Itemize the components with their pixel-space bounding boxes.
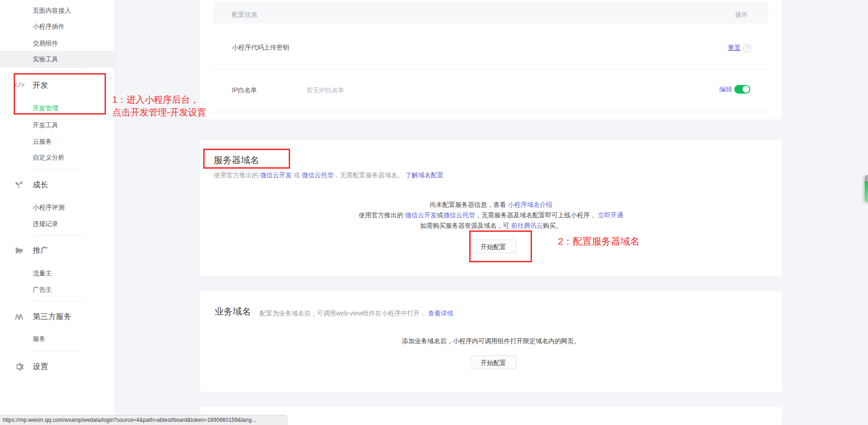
business-domain-panel: 业务域名 配置为业务域名后，可调用web-view组件在小程序中打开， 查看详情… bbox=[200, 291, 782, 392]
sidebar-item-dev-tools[interactable]: 开发工具 bbox=[33, 120, 58, 130]
floating-feedback-widget[interactable] bbox=[865, 175, 868, 202]
domain-intro-link[interactable]: 小程序域名介绍 bbox=[508, 201, 552, 208]
empty-state-line-1: 尚未配置服务器信息，查看 小程序域名介绍 bbox=[200, 200, 782, 210]
sidebar-divider bbox=[33, 301, 83, 301]
line-text: ，无需服务器及域名配置即可上线小程序， bbox=[475, 211, 598, 219]
row-separator bbox=[213, 69, 769, 70]
cloud-dev-link[interactable]: 微信云开发 bbox=[405, 211, 437, 219]
sidebar: 页面内容接入 小程序插件 交易组件 实验工具 </> 开发 开发管理 开发工具 … bbox=[0, 0, 115, 425]
sidebar-divider bbox=[33, 235, 83, 235]
upload-key-actions: 重置 ? bbox=[728, 44, 751, 52]
tencent-cloud-link[interactable]: 前往腾讯云 bbox=[511, 222, 543, 229]
sidebar-item-experiment-tools[interactable]: 实验工具 bbox=[33, 55, 58, 64]
empty-state-line-2: 使用官方推出的 微信云开发或微信云托管，无需服务器及域名配置即可上线小程序， 立… bbox=[200, 210, 782, 220]
sidebar-item-miniprogram-plugin[interactable]: 小程序插件 bbox=[33, 22, 65, 31]
cloud-hosting-link[interactable]: 微信云托管 bbox=[302, 171, 334, 179]
view-details-link[interactable]: 查看详情 bbox=[428, 310, 453, 317]
ip-whitelist-value: 暂无IP白名单 bbox=[306, 86, 344, 94]
sidebar-item-service[interactable]: 服务 bbox=[33, 334, 45, 343]
learn-domain-config-link[interactable]: 了解域名配置 bbox=[406, 171, 444, 179]
help-icon[interactable]: ? bbox=[743, 44, 751, 52]
step1-line2: 点击开发管理-开发设置 bbox=[112, 106, 206, 119]
wechat-miniprogram-console: { "sidebar": { "items": [ {"label": "页面内… bbox=[0, 0, 868, 425]
sidebar-item-page-content-access[interactable]: 页面内容接入 bbox=[33, 6, 71, 15]
empty-state-line-3: 如需购买服务器资源及域名，可 前往腾讯云购买。 bbox=[200, 220, 782, 231]
config-info-panel: 配置信息 操作 小程序代码上传密钥 重置 ? IP白名单 暂无IP白名单 编辑 bbox=[200, 0, 782, 120]
reset-key-link[interactable]: 重置 bbox=[728, 44, 741, 52]
sidebar-item-advertiser[interactable]: 广告主 bbox=[33, 285, 52, 294]
line-text: 使用官方推出的 bbox=[359, 211, 405, 219]
sidebar-section-growth[interactable]: 成长 bbox=[33, 180, 48, 190]
config-table-title: 配置信息 bbox=[232, 10, 257, 19]
desc-text: 配置为业务域名后，可调用web-view组件在小程序中打开， bbox=[260, 310, 428, 317]
intro-text: ，无需配置服务器域名。 bbox=[334, 171, 406, 179]
business-domain-hint: 添加业务域名后，小程序内可调用组件打开限定域名内的网页。 bbox=[200, 336, 782, 346]
intro-text: 使用官方推出的 bbox=[214, 171, 260, 179]
config-table-header bbox=[213, 1, 768, 24]
sidebar-item-violation-records[interactable]: 违规记录 bbox=[33, 219, 58, 228]
business-domain-title: 业务域名 bbox=[215, 305, 251, 317]
tutorial-box-dev-management bbox=[14, 73, 106, 115]
intro-text: 或 bbox=[292, 171, 302, 179]
browser-status-bar: https://mp.weixin.qq.com/wxamp/wedata/lo… bbox=[0, 415, 287, 425]
sidebar-section-promotion[interactable]: 推广 bbox=[33, 245, 48, 256]
ip-whitelist-actions: 编辑 bbox=[719, 85, 750, 94]
widget-cap bbox=[865, 175, 868, 181]
widget-bar bbox=[865, 181, 868, 202]
line-text: 尚未配置服务器信息，查看 bbox=[430, 201, 508, 208]
activate-now-link[interactable]: 立即开通 bbox=[598, 211, 623, 219]
tutorial-step1-note: 1：进入小程序后台， 点击开发管理-开发设置 bbox=[112, 93, 206, 119]
ip-whitelist-label: IP白名单 bbox=[232, 86, 257, 94]
sidebar-item-custom-analysis[interactable]: 自定义分析 bbox=[33, 153, 65, 162]
sidebar-item-cloud-service[interactable]: 云服务 bbox=[33, 137, 52, 146]
gear-icon bbox=[14, 362, 24, 372]
sidebar-divider bbox=[33, 70, 83, 71]
business-domain-desc: 配置为业务域名后，可调用web-view组件在小程序中打开， 查看详情 bbox=[260, 309, 453, 318]
sidebar-item-traffic-owner[interactable]: 流量主 bbox=[33, 269, 52, 278]
sidebar-section-third-party-service[interactable]: 第三方服务 bbox=[33, 311, 71, 322]
config-action-column-header: 操作 bbox=[735, 10, 748, 19]
sidebar-item-trade-component[interactable]: 交易组件 bbox=[33, 39, 58, 48]
cloud-dev-link[interactable]: 微信云开发 bbox=[260, 171, 292, 179]
line-text: 或 bbox=[437, 211, 443, 219]
line-text: 购买。 bbox=[543, 222, 562, 229]
tutorial-step2-note: 2：配置服务器域名 bbox=[558, 235, 640, 248]
cloud-hosting-link[interactable]: 微信云托管 bbox=[443, 211, 475, 219]
next-section-panel bbox=[200, 407, 782, 425]
toggle-knob bbox=[743, 86, 749, 93]
megaphone-icon bbox=[14, 245, 24, 255]
sidebar-item-miniprogram-evaluation[interactable]: 小程序评测 bbox=[33, 203, 65, 212]
tutorial-box-server-domain-title bbox=[203, 149, 290, 169]
third-party-service-icon bbox=[14, 312, 24, 322]
line-text: 如需购买服务器资源及域名，可 bbox=[420, 222, 511, 229]
edit-ip-whitelist-link[interactable]: 编辑 bbox=[719, 85, 732, 94]
step1-line1: 1：进入小程序后台， bbox=[112, 93, 206, 106]
upload-key-label: 小程序代码上传密钥 bbox=[232, 43, 289, 51]
sidebar-divider bbox=[33, 351, 83, 351]
server-domain-empty-state: 尚未配置服务器信息，查看 小程序域名介绍 使用官方推出的 微信云开发或微信云托管… bbox=[200, 200, 782, 231]
start-config-business-button[interactable]: 开始配置 bbox=[470, 355, 517, 369]
ip-whitelist-toggle[interactable] bbox=[734, 85, 750, 94]
sprout-icon bbox=[14, 180, 24, 190]
server-domain-intro: 使用官方推出的 微信云开发 或 微信云托管，无需配置服务器域名。 了解域名配置 bbox=[214, 170, 444, 180]
tutorial-box-start-config bbox=[469, 230, 532, 262]
sidebar-divider bbox=[33, 169, 83, 170]
row-separator bbox=[213, 112, 769, 112]
sidebar-section-settings[interactable]: 设置 bbox=[33, 361, 48, 372]
